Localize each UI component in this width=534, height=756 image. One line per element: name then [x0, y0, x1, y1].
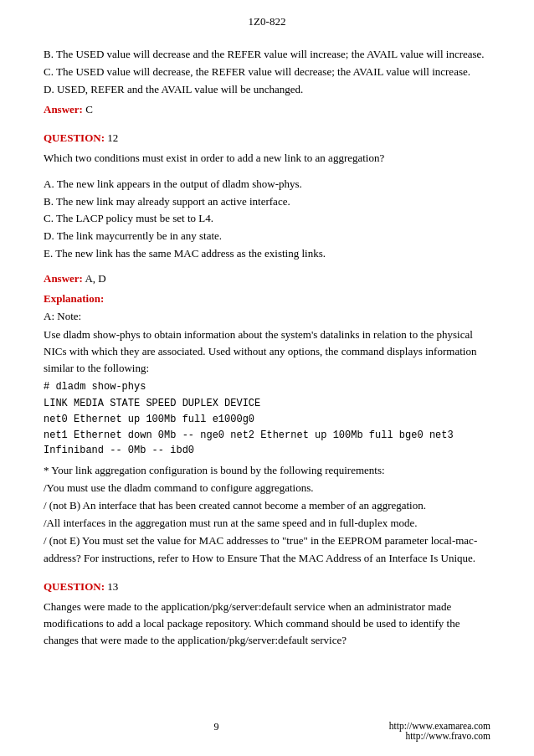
explanation-header: Explanation: — [44, 292, 490, 306]
question-label-13: QUESTION: — [44, 580, 105, 593]
answer-label: Answer: — [44, 103, 83, 116]
explanation-cmd3: net0 Ethernet up 100Mb full e1000g0 — [44, 413, 490, 427]
explanation-bullet4: /All interfaces in the aggregation must … — [44, 516, 490, 532]
footer: 9 http://www.examarea.com http://www.fra… — [0, 721, 534, 741]
explanation-bullet3: / (not B) An interface that has been cre… — [44, 498, 490, 514]
q12-option-b: B. The new link may already support an a… — [44, 194, 490, 210]
explanation-bullet2: /You must use the dladm command to confi… — [44, 481, 490, 496]
explanation-line1: Use dladm show-phys to obtain informatio… — [44, 327, 490, 377]
answer-options-bcd: B. The USED value will decrease and the … — [44, 47, 490, 98]
option-d: D. USED, REFER and the AVAIL value will … — [44, 82, 490, 98]
q12-option-d: D. The link maycurrently be in any state… — [44, 229, 490, 244]
option-b: B. The USED value will decrease and the … — [44, 47, 490, 63]
question-number-13: 13 — [107, 580, 118, 593]
page: 1Z0-822 B. The USED value will decrease … — [0, 0, 534, 756]
exam-code: 1Z0-822 — [249, 15, 286, 28]
question-13-header: QUESTION: 13 — [44, 580, 490, 594]
answer-12-section: Answer: A, D — [44, 272, 490, 285]
question-12-section: QUESTION: 12 Which two conditions must e… — [44, 131, 490, 262]
explanation-label: Explanation: — [44, 292, 104, 305]
question-13-section: QUESTION: 13 Changes were made to the ap… — [44, 580, 490, 649]
answer-label-12: Answer: — [44, 272, 83, 285]
page-number: 9 — [44, 721, 389, 741]
q12-option-e: E. The new link has the same MAC address… — [44, 246, 490, 262]
explanation-section: Explanation: A: Note: Use dladm show-phy… — [44, 292, 490, 567]
explanation-a-note: A: Note: — [44, 309, 490, 325]
option-c: C. The USED value will decrease, the REF… — [44, 64, 490, 80]
question-13-text: Changes were made to the application/pkg… — [44, 599, 490, 649]
explanation-cmd4: net1 Ethernet down 0Mb -- nge0 net2 Ethe… — [44, 429, 490, 458]
footer-links: http://www.examarea.com http://www.fravo… — [389, 721, 490, 741]
explanation-bullet5: / (not E) You must set the value for MAC… — [44, 532, 490, 566]
explanation-cmd1: # dladm show-phys — [44, 380, 490, 394]
q12-option-a: A. The new link appears in the output of… — [44, 177, 490, 193]
answer-c-value: C — [85, 103, 93, 116]
answer-c-section: Answer: C — [44, 103, 490, 116]
answer-12-line: Answer: A, D — [44, 272, 490, 285]
question-number-12: 12 — [107, 131, 118, 144]
explanation-bullet1: * Your link aggregation configuration is… — [44, 463, 490, 479]
question-label-12: QUESTION: — [44, 131, 105, 144]
header: 1Z0-822 — [44, 15, 490, 28]
question-12-header: QUESTION: 12 — [44, 131, 490, 145]
q12-option-c: C. The LACP policy must be set to L4. — [44, 211, 490, 227]
footer-link1: http://www.examarea.com — [389, 721, 490, 731]
page-number-value: 9 — [213, 721, 218, 733]
question-12-text: Which two conditions must exist in order… — [44, 150, 490, 167]
answer-12-value: A, D — [85, 272, 105, 285]
answer-c-line: Answer: C — [44, 103, 490, 116]
footer-link2: http://www.fravo.com — [389, 731, 490, 741]
explanation-cmd2: LINK MEDIA STATE SPEED DUPLEX DEVICE — [44, 397, 490, 411]
